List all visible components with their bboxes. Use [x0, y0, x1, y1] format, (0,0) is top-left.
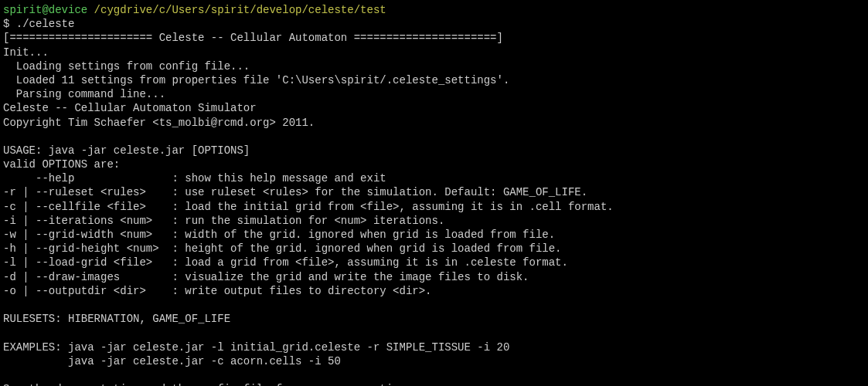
output-line: Copyright Tim Schaefer <ts_molbi@rcmd.or… — [3, 116, 865, 130]
prompt-path: /cygdrive/c/Users/spirit/develop/celeste… — [87, 4, 386, 16]
output-line: -c | --cellfile <file> : load the initia… — [3, 200, 865, 214]
output-line — [3, 298, 865, 312]
output-line: -o | --outputdir <dir> : write output fi… — [3, 284, 865, 298]
prompt-line-1: spirit@device /cygdrive/c/Users/spirit/d… — [3, 3, 865, 17]
output-line: -h | --grid-height <num> : height of the… — [3, 242, 865, 256]
command-line-1: $ ./celeste — [3, 17, 865, 31]
output-line: USAGE: java -jar celeste.jar [OPTIONS] — [3, 144, 865, 157]
output-line: Loading settings from config file... — [3, 59, 865, 73]
output-line: -l | --load-grid <file> : load a grid fr… — [3, 256, 865, 269]
output-line: [====================== Celeste -- Cellu… — [3, 31, 865, 45]
output-line: Init... — [3, 46, 865, 59]
output-line: --help : show this help message and exit — [3, 171, 865, 185]
output-line: Celeste -- Cellular Automaton Simulator — [3, 101, 865, 115]
output-line: valid OPTIONS are: — [3, 157, 865, 171]
output-line: -w | --grid-width <num> : width of the g… — [3, 228, 865, 242]
output-line: Loaded 11 settings from properties file … — [3, 73, 865, 87]
output-line: See the documentation and the config fil… — [3, 382, 865, 386]
output-line: EXAMPLES: java -jar celeste.jar -l initi… — [3, 340, 865, 354]
terminal[interactable]: spirit@device /cygdrive/c/Users/spirit/d… — [3, 3, 865, 386]
output-line — [3, 326, 865, 340]
output-line: -r | --ruleset <rules> : use ruleset <ru… — [3, 185, 865, 199]
output-line: Parsing command line... — [3, 87, 865, 101]
output-line: -i | --iterations <num> : run the simula… — [3, 214, 865, 228]
output-line: -d | --draw-images : visualize the grid … — [3, 270, 865, 284]
output-line: java -jar celeste.jar -c acorn.cells -i … — [3, 354, 865, 368]
output-line — [3, 368, 865, 382]
prompt-user: spirit@device — [3, 4, 87, 16]
output-line — [3, 130, 865, 144]
output-line: RULESETS: HIBERNATION, GAME_OF_LIFE — [3, 312, 865, 326]
terminal-output: [====================== Celeste -- Cellu… — [3, 31, 865, 386]
